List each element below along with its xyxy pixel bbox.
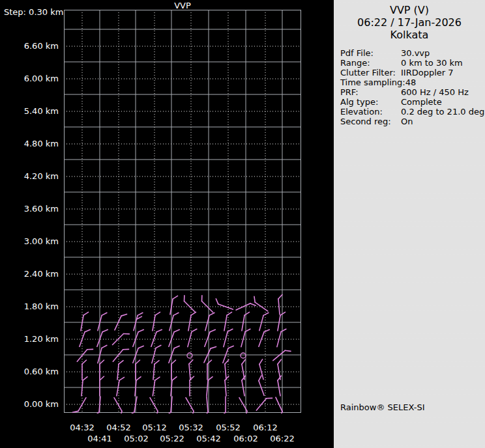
- x-axis-label: 05:22: [153, 434, 192, 443]
- field-label: Range:: [340, 58, 401, 68]
- wind-barb: [153, 360, 159, 380]
- chart-title: VVP: [64, 1, 301, 10]
- wind-barb: [169, 312, 179, 332]
- wind-barb: [117, 360, 123, 380]
- field-row: Elevation:0.2 deg to 21.0 deg: [340, 107, 485, 117]
- wind-barb: [146, 398, 160, 413]
- wind-barb: [214, 299, 234, 309]
- wind-barb: [171, 360, 176, 380]
- vendor-footer: Rainbow® SELEX-SI: [340, 402, 425, 412]
- wind-barb: [182, 398, 196, 413]
- wind-barb: [82, 360, 87, 380]
- wind-barb: [278, 311, 286, 331]
- x-axis-label: 05:42: [189, 434, 228, 443]
- wind-barb: [80, 328, 90, 348]
- wind-barb: [273, 348, 291, 363]
- wind-barb: [100, 376, 104, 396]
- y-axis-label: 3.60 km: [0, 204, 59, 214]
- x-axis-label: 05:02: [117, 434, 156, 443]
- product-datetime: 06:22 / 17-Jan-2026: [334, 16, 485, 29]
- x-axis-label: 06:22: [263, 434, 302, 443]
- wind-barb: [188, 328, 197, 348]
- field-row: Range:0 km to 30 km: [340, 58, 485, 68]
- x-axis-label: 05:32: [171, 423, 211, 432]
- field-label: Elevation:: [340, 107, 401, 117]
- wind-barb: [205, 328, 215, 348]
- field-label: Pdf File:: [340, 48, 401, 58]
- field-row: Second reg:On: [340, 117, 485, 126]
- wind-barb: [136, 360, 140, 380]
- wind-barb: [153, 311, 160, 331]
- field-label: Clutter Filter:: [340, 68, 401, 77]
- wind-barb: [152, 344, 161, 365]
- wind-barb: [202, 397, 208, 413]
- y-axis-label: 4.80 km: [0, 139, 59, 149]
- wind-barb: [199, 296, 216, 313]
- parameter-list: Pdf File:30.vvpRange:0 km to 30 kmClutte…: [340, 48, 485, 126]
- field-value: 600 Hz / 450 Hz: [401, 87, 469, 97]
- field-label: Alg type:: [340, 97, 401, 107]
- wind-barb: [252, 296, 270, 311]
- field-label: Time sampling:: [340, 77, 405, 87]
- field-value: 30.vvp: [401, 48, 430, 58]
- wind-barb: [110, 398, 124, 413]
- wind-barb: [207, 360, 212, 380]
- wind-barb: [113, 346, 128, 364]
- wind-barb: [278, 295, 284, 315]
- wind-barb: [224, 376, 230, 396]
- x-axis-label: 06:02: [226, 434, 265, 443]
- wind-barb: [258, 359, 267, 380]
- vvp-plot: [64, 10, 302, 413]
- field-value: 48: [405, 77, 417, 87]
- product-title: VVP (V): [334, 4, 485, 16]
- field-row: Clutter Filter:IIRDoppler 7: [340, 68, 485, 77]
- vvp-chart-region: Step: 0.30 km VVP 6.60 km6.00 km5.40 km4…: [0, 0, 334, 448]
- field-row: Alg type:Complete: [340, 97, 485, 107]
- radar-product-window: Step: 0.30 km VVP 6.60 km6.00 km5.40 km4…: [0, 0, 485, 448]
- wind-barb: [181, 296, 198, 313]
- y-axis-label: 4.20 km: [0, 171, 59, 182]
- field-value: 0 km to 30 km: [401, 58, 463, 68]
- site-name: Kolkata: [334, 29, 485, 41]
- field-row: PRF:600 Hz / 450 Hz: [340, 87, 485, 97]
- y-axis-label: 6.60 km: [0, 41, 59, 51]
- calm-wind-symbol: [241, 353, 246, 358]
- wind-barb: [205, 312, 214, 332]
- wind-barb: [97, 328, 108, 348]
- y-axis-label: 0.60 km: [0, 367, 59, 377]
- x-axis-label: 05:52: [209, 423, 248, 432]
- y-axis-label: 1.20 km: [0, 334, 59, 344]
- y-axis-label: 2.40 km: [0, 269, 59, 279]
- field-value: On: [401, 117, 413, 126]
- calm-wind-symbol: [187, 353, 192, 358]
- field-value: 0.2 deg to 21.0 deg: [401, 107, 484, 117]
- wind-barb: [224, 328, 233, 348]
- x-axis-label: 04:32: [63, 423, 102, 432]
- info-panel: VVP (V) 06:22 / 17-Jan-2026 Kolkata Pdf …: [334, 0, 485, 448]
- y-axis-label: 3.00 km: [0, 236, 59, 247]
- wind-barb: [151, 328, 162, 348]
- wind-barb: [134, 312, 143, 332]
- field-row: Time sampling:48: [340, 77, 485, 87]
- wind-barb: [224, 311, 232, 331]
- wind-barb: [169, 328, 179, 348]
- wind-barb: [222, 397, 226, 413]
- wind-barb: [223, 344, 233, 364]
- wind-barb: [259, 328, 269, 348]
- wind-barb: [235, 398, 249, 413]
- field-value: IIRDoppler 7: [401, 68, 454, 77]
- step-label: Step: 0.30 km: [4, 7, 63, 17]
- wind-barb: [98, 312, 107, 332]
- x-axis-label: 04:41: [80, 434, 119, 443]
- field-label: PRF:: [340, 87, 401, 97]
- wind-barb: [133, 328, 143, 348]
- field-label: Second reg:: [340, 117, 401, 126]
- y-axis-label: 5.40 km: [0, 106, 59, 117]
- wind-barb: [188, 311, 196, 331]
- wind-barb: [153, 376, 160, 397]
- y-axis-label: 0.00 km: [0, 399, 59, 410]
- panel-header: VVP (V) 06:22 / 17-Jan-2026 Kolkata: [334, 4, 485, 41]
- wind-barb: [277, 328, 286, 348]
- y-axis-label: 1.80 km: [0, 301, 59, 312]
- wind-barb: [256, 395, 272, 413]
